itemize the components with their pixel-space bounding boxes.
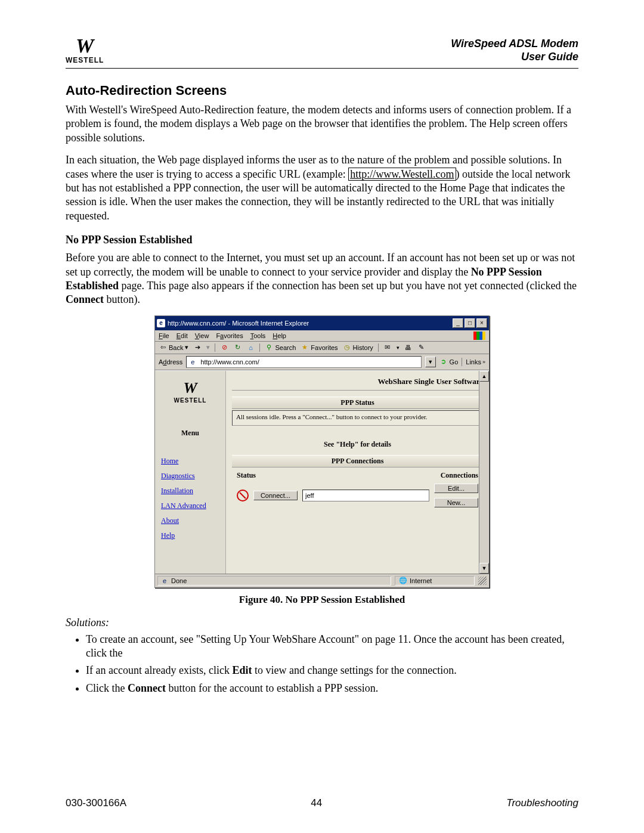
westell-logo-icon: W	[76, 36, 94, 56]
resize-grip-icon[interactable]	[478, 577, 487, 585]
webshare-logo: W WESTELL	[155, 371, 225, 413]
menu-favorites[interactable]: Favorites	[216, 332, 243, 339]
connect-button[interactable]: Connect...	[253, 491, 298, 500]
solutions-list: To create an account, see "Setting Up Yo…	[86, 633, 578, 696]
p3c: page. This page also appears if the conn…	[119, 280, 577, 292]
doc-title-line1: WireSpeed ADSL Modem	[451, 38, 578, 49]
browser-toolbar: ⇦Back ▾ ➔ ▾ ⊘ ↻ ⌂ ⚲Search ★Favorites ◷Hi…	[155, 342, 489, 354]
solutions-label: Solutions:	[66, 617, 578, 629]
s2a: If an account already exists, click	[86, 664, 232, 676]
figure-caption: Figure 40. No PPP Session Established	[66, 594, 578, 606]
connections-table: Status Connections Connect... Edit... Ne…	[232, 467, 483, 507]
document-title: WireSpeed ADSL Modem User Guide	[451, 37, 578, 64]
go-icon: ➲	[439, 358, 448, 366]
address-input-wrap[interactable]: e	[186, 356, 421, 368]
nav-installation[interactable]: Installation	[161, 487, 219, 496]
solution-item-1: To create an account, see "Setting Up Yo…	[86, 633, 578, 661]
nav-diagnostics[interactable]: Diagnostics	[161, 472, 219, 481]
favorites-label: Favorites	[311, 344, 338, 351]
menu-edit[interactable]: Edit	[177, 332, 188, 339]
favorites-icon: ★	[301, 343, 309, 352]
address-label: Address	[159, 358, 182, 366]
back-label: Back	[169, 344, 183, 351]
example-url-link[interactable]: http://www.Westell.com	[348, 168, 456, 181]
nav-home[interactable]: Home	[161, 457, 219, 466]
search-button[interactable]: ⚲Search	[265, 343, 296, 352]
figure-40: e http://www.cnn.com/ - Microsoft Intern…	[66, 315, 578, 606]
edit-button[interactable]: Edit...	[434, 484, 478, 493]
intro-paragraph-1: With Westell's WireSpeed Auto-Redirectio…	[66, 103, 578, 145]
webshare-logo-text: WESTELL	[174, 397, 207, 404]
ie-icon: e	[157, 319, 165, 327]
webshare-logo-icon: W	[183, 379, 197, 397]
favorites-button[interactable]: ★Favorites	[301, 343, 338, 352]
history-button[interactable]: ◷History	[343, 343, 373, 352]
westell-logo-text: WESTELL	[66, 56, 104, 64]
address-dropdown[interactable]: ▼	[425, 357, 436, 367]
back-icon: ⇦	[159, 343, 167, 352]
vertical-scrollbar[interactable]: ▲ ▼	[479, 371, 489, 574]
windows-flag-icon	[473, 332, 485, 340]
window-title: http://www.cnn.com/ - Microsoft Internet…	[168, 320, 309, 327]
links-button[interactable]: Links »	[466, 358, 485, 366]
refresh-button[interactable]: ↻	[233, 343, 242, 352]
p3e: button).	[104, 293, 140, 305]
nav-lan-advanced[interactable]: LAN Advanced	[161, 501, 219, 510]
connection-name-input[interactable]	[302, 490, 429, 501]
footer-doc-number: 030-300166A	[66, 797, 126, 809]
nav-help[interactable]: Help	[161, 531, 219, 540]
webshare-title: WebShare Single User Software	[232, 374, 483, 391]
status-done-text: Done	[171, 577, 187, 584]
see-help-text: See "Help" for details	[232, 440, 483, 449]
webshare-sidebar: W WESTELL Menu Home Diagnostics Installa…	[155, 371, 226, 574]
browser-window: e http://www.cnn.com/ - Microsoft Intern…	[154, 315, 490, 588]
address-bar-row: Address e ▼ ➲Go Links »	[155, 354, 489, 370]
browser-titlebar: e http://www.cnn.com/ - Microsoft Intern…	[155, 316, 489, 330]
s3a: Click the	[86, 682, 128, 694]
no-ppp-sub-heading: No PPP Session Established	[66, 234, 578, 246]
status-idle-icon	[237, 490, 249, 501]
done-icon: e	[160, 577, 169, 585]
search-icon: ⚲	[265, 343, 273, 352]
menu-file[interactable]: File	[159, 332, 169, 339]
sidebar-menu-label: Menu	[155, 413, 225, 454]
forward-button[interactable]: ➔	[193, 343, 202, 352]
history-label: History	[353, 344, 373, 351]
s2b: Edit	[232, 664, 252, 676]
mail-button[interactable]: ✉	[383, 343, 392, 352]
maximize-button[interactable]: □	[465, 318, 475, 328]
scroll-up-icon[interactable]: ▲	[479, 371, 489, 382]
ppp-connections-heading: PPP Connections	[232, 455, 483, 467]
browser-menubar: File Edit View Favorites Tools Help	[155, 330, 489, 342]
col-connections: Connections	[441, 471, 478, 480]
print-button[interactable]: 🖶	[404, 343, 413, 352]
s3b: Connect	[128, 682, 166, 694]
menu-tools[interactable]: Tools	[250, 332, 266, 339]
edit-button[interactable]: ✎	[417, 343, 426, 352]
close-button[interactable]: ×	[476, 318, 487, 328]
p3d: Connect	[66, 293, 104, 305]
footer-page-number: 44	[311, 797, 322, 809]
page-icon: e	[188, 358, 197, 366]
col-status: Status	[237, 471, 256, 480]
menu-help[interactable]: Help	[273, 332, 286, 339]
go-button[interactable]: ➲Go	[439, 358, 459, 366]
history-icon: ◷	[343, 343, 351, 352]
nav-about[interactable]: About	[161, 516, 219, 525]
back-button[interactable]: ⇦Back ▾	[159, 343, 188, 352]
new-button[interactable]: New...	[434, 498, 478, 507]
minimize-button[interactable]: _	[453, 318, 463, 328]
menu-view[interactable]: View	[195, 332, 209, 339]
stop-button[interactable]: ⊘	[220, 343, 228, 352]
address-input[interactable]	[199, 358, 419, 366]
solution-item-2: If an account already exists, click Edit…	[86, 664, 578, 677]
scroll-down-icon[interactable]: ▼	[479, 563, 489, 574]
ppp-status-text: All sessions idle. Press a "Connect..." …	[232, 410, 483, 426]
solution-item-3: Click the Connect button for the account…	[86, 682, 578, 695]
westell-logo: W WESTELL	[66, 36, 104, 64]
webshare-main: WebShare Single User Software PPP Status…	[226, 371, 489, 574]
internet-zone-icon: 🌐	[399, 577, 407, 585]
connection-row: Connect... Edit... New...	[237, 484, 478, 507]
page-footer: 030-300166A 44 Troubleshooting	[66, 797, 578, 809]
home-button[interactable]: ⌂	[246, 343, 255, 352]
